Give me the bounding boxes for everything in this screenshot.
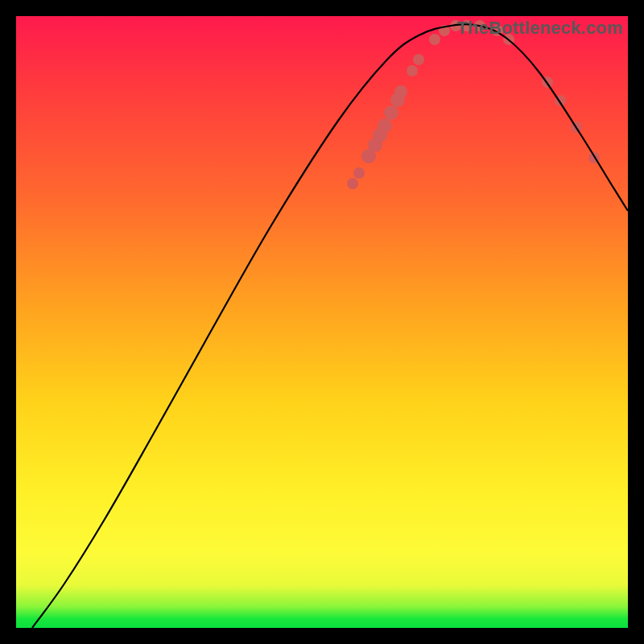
data-marker [407,65,418,76]
data-marker [394,85,407,98]
bottleneck-curve-chart [16,16,628,628]
attribution-label: TheBottleneck.com [457,18,623,39]
data-marker [353,167,365,179]
data-marker [378,118,392,133]
data-marker [347,178,358,189]
chart-frame: TheBottleneck.com [16,16,628,628]
data-marker [384,105,398,120]
bottleneck-curve [32,24,628,628]
data-marker [429,34,440,45]
data-marker [413,54,424,65]
